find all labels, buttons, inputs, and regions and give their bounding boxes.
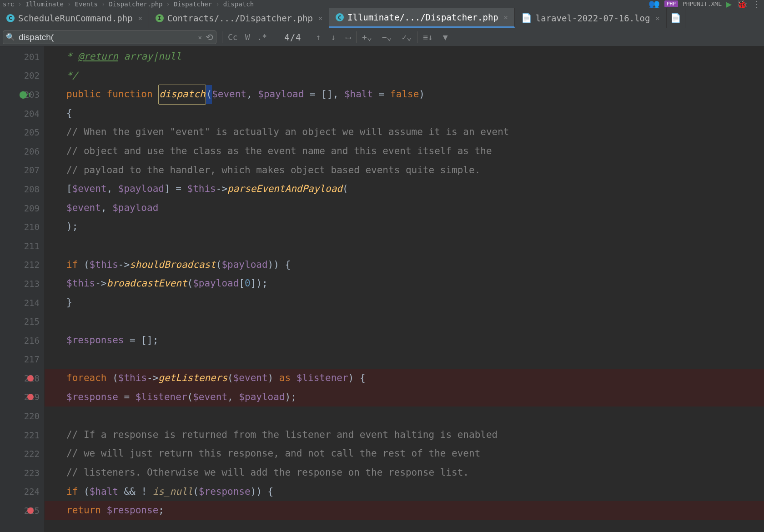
breadcrumb-item[interactable]: dispatch <box>223 0 254 8</box>
code-line[interactable]: if ($this->shouldBroadcast($payload)) { <box>45 256 764 275</box>
words-toggle[interactable]: W <box>245 32 250 42</box>
close-icon[interactable]: ✕ <box>504 13 508 21</box>
breakpoint-icon[interactable] <box>27 375 34 381</box>
code-line[interactable]: $responses = []; <box>45 331 764 350</box>
remove-selection-icon[interactable]: −⌄ <box>382 32 392 42</box>
code-line[interactable]: return $response; <box>45 501 764 520</box>
tab-illuminate-dispatcher[interactable]: C Illuminate/.../Dispatcher.php ✕ <box>329 8 515 28</box>
gutter-line[interactable]: 220 <box>0 407 44 426</box>
filter-icon[interactable]: ▼ <box>443 32 448 42</box>
gutter-line[interactable]: 202 <box>0 66 44 85</box>
next-match-icon[interactable]: ↓ <box>331 32 336 42</box>
gutter-line[interactable]: 214 <box>0 293 44 312</box>
close-icon[interactable]: ✕ <box>655 14 659 22</box>
breadcrumb[interactable]: src› Illuminate› Events› Dispatcher.php›… <box>3 0 645 8</box>
close-icon[interactable]: ✕ <box>138 14 142 22</box>
code-line[interactable]: [$event, $payload] = $this->parseEventAn… <box>45 180 764 199</box>
gutter-line[interactable]: 222 <box>0 444 44 463</box>
code-line[interactable]: $this->broadcastEvent($payload[0]); <box>45 274 764 293</box>
match-case-toggle[interactable]: Cc <box>228 32 238 42</box>
code-line[interactable]: $response = $listener($event, $payload); <box>45 388 764 407</box>
gutter-line[interactable]: 218 <box>0 369 44 388</box>
breadcrumb-item[interactable]: Events <box>75 0 98 8</box>
gutter-line[interactable]: 221 <box>0 426 44 445</box>
code-line[interactable]: */ <box>45 66 764 85</box>
gutter-line[interactable]: ⬤↑203 <box>0 85 44 104</box>
line-number: 213 <box>21 279 40 289</box>
search-icon: 🔍 <box>6 33 15 41</box>
more-icon[interactable]: ⋮ <box>752 0 761 8</box>
tab-label: Illuminate/.../Dispatcher.php <box>347 12 498 22</box>
gutter-line[interactable]: 205 <box>0 123 44 142</box>
code-line[interactable]: } <box>45 293 764 312</box>
toggle-selection-icon[interactable]: ✓⌄ <box>402 32 412 42</box>
line-number: 212 <box>21 260 40 270</box>
gutter[interactable]: 201202⬤↑20320420520620720820921021121221… <box>0 46 45 532</box>
breadcrumb-item[interactable]: Dispatcher <box>174 0 212 8</box>
code-line[interactable]: // object and use the class as the event… <box>45 142 764 161</box>
regex-toggle[interactable]: .* <box>257 32 267 42</box>
gutter-line[interactable]: 225 <box>0 501 44 520</box>
tab-log[interactable]: 📄 laravel-2022-07-16.log ✕ <box>515 8 667 28</box>
class-icon: C <box>6 14 15 22</box>
code-line[interactable]: ); <box>45 217 764 236</box>
search-input[interactable] <box>19 32 195 42</box>
gutter-line[interactable]: 216 <box>0 331 44 350</box>
breakpoint-icon[interactable] <box>27 507 34 514</box>
gutter-line[interactable]: 204 <box>0 104 44 123</box>
gutter-line[interactable]: 209 <box>0 199 44 218</box>
tab-contracts-dispatcher[interactable]: I Contracts/.../Dispatcher.php ✕ <box>149 8 329 28</box>
code-line[interactable] <box>45 407 764 426</box>
breadcrumb-item[interactable]: Dispatcher.php <box>109 0 162 8</box>
tab-overflow[interactable]: 📄 <box>667 8 685 28</box>
debug-icon[interactable]: 🐞 <box>736 0 748 8</box>
gutter-line[interactable]: 207 <box>0 161 44 180</box>
code-line[interactable]: $event, $payload <box>45 199 764 218</box>
line-number: 221 <box>21 430 40 440</box>
gutter-line[interactable]: 224 <box>0 482 44 502</box>
run-config[interactable]: PHPUNIT.XML <box>683 0 722 7</box>
gutter-line[interactable]: 212 <box>0 256 44 275</box>
override-icon[interactable]: ⬤↑ <box>19 90 32 99</box>
gutter-line[interactable]: 217 <box>0 350 44 369</box>
code-line[interactable] <box>45 350 764 369</box>
code-line[interactable] <box>45 312 764 331</box>
code-line[interactable]: // When the given "event" is actually an… <box>45 123 764 142</box>
code-line[interactable]: { <box>45 104 764 123</box>
close-icon[interactable]: ✕ <box>318 14 322 22</box>
clear-icon[interactable]: ✕ <box>198 34 202 41</box>
line-number: 209 <box>21 203 40 213</box>
code-line[interactable]: foreach ($this->getListeners($event) as … <box>45 369 764 388</box>
gutter-line[interactable]: 211 <box>0 236 44 256</box>
code-line[interactable]: // listeners. Otherwise we will add the … <box>45 463 764 482</box>
gutter-line[interactable]: 208 <box>0 180 44 199</box>
select-all-icon[interactable]: ▭ <box>346 32 351 42</box>
history-icon[interactable]: ⟲ <box>206 32 213 43</box>
gutter-line[interactable]: 223 <box>0 463 44 482</box>
run-icon[interactable]: ▶ <box>726 0 732 8</box>
gutter-line[interactable]: 210 <box>0 217 44 236</box>
code-line[interactable]: // If a response is returned from the li… <box>45 426 764 445</box>
interface-icon: I <box>156 14 164 22</box>
gutter-line[interactable]: 213 <box>0 274 44 293</box>
gutter-line[interactable]: 215 <box>0 312 44 331</box>
code-line[interactable]: public function dispatch($event, $payloa… <box>45 85 764 104</box>
code-area[interactable]: * @return array|null */ public function … <box>45 46 764 532</box>
code-line[interactable]: // we will just return this response, an… <box>45 444 764 463</box>
breadcrumb-item[interactable]: src <box>3 0 14 8</box>
code-line[interactable]: * @return array|null <box>45 47 764 66</box>
code-line[interactable]: // payload to the handler, which makes o… <box>45 161 764 180</box>
breadcrumb-item[interactable]: Illuminate <box>25 0 64 8</box>
users-icon[interactable]: 👥 <box>648 0 660 8</box>
settings-icon[interactable]: ≡↓ <box>423 32 433 42</box>
prev-match-icon[interactable]: ↑ <box>316 32 321 42</box>
add-selection-icon[interactable]: +⌄ <box>362 32 372 42</box>
gutter-line[interactable]: 219 <box>0 388 44 407</box>
code-line[interactable]: if ($halt && ! is_null($response)) { <box>45 482 764 502</box>
top-toolbar: src› Illuminate› Events› Dispatcher.php›… <box>0 0 764 8</box>
line-number: 211 <box>21 241 40 251</box>
code-line[interactable] <box>45 236 764 256</box>
tab-schedulerun[interactable]: C ScheduleRunCommand.php ✕ <box>0 8 149 28</box>
gutter-line[interactable]: 206 <box>0 142 44 161</box>
gutter-line[interactable]: 201 <box>0 47 44 66</box>
